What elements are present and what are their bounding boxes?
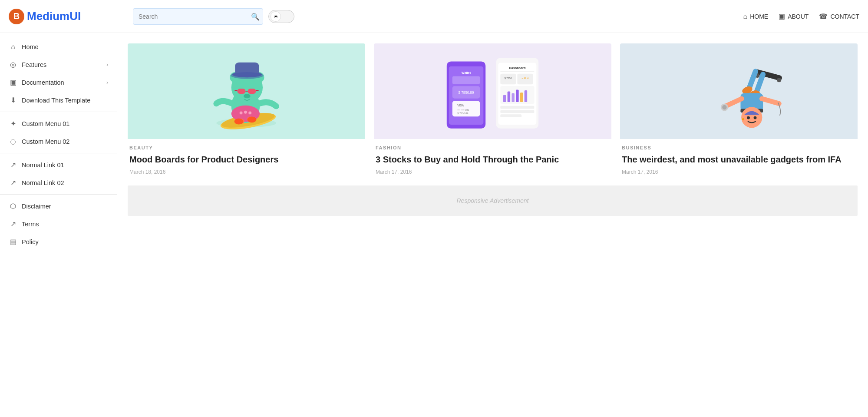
svg-text:Wallet: Wallet	[462, 70, 471, 74]
svg-point-7	[249, 111, 252, 114]
svg-line-63	[762, 99, 779, 103]
svg-point-67	[747, 116, 750, 119]
search-wrapper: 🔍	[133, 8, 263, 25]
sidebar-download-label: Download This Template	[22, 97, 108, 104]
svg-text:+ 42.4: + 42.4	[521, 77, 528, 79]
card-fashion[interactable]: Wallet $ 7850.89 VISA •••• •••• 4231 $ 7…	[374, 43, 611, 175]
nav-home[interactable]: ⌂ HOME	[743, 13, 768, 20]
sidebar-disclaimer-label: Disclaimer	[22, 203, 108, 210]
normal-link-02-icon: ↗	[9, 179, 17, 187]
svg-point-13	[231, 72, 264, 79]
sidebar-item-normal-link-02[interactable]: ↗ Normal Link 02	[0, 174, 117, 192]
card-grid: BEAUTY Mood Boards for Product Designers…	[128, 43, 858, 175]
terms-icon: ↗	[9, 220, 17, 228]
main-layout: ⌂ Home ◎ Features › ▣ Documentation › ⬇ …	[0, 33, 868, 417]
sidebar-item-normal-link-01[interactable]: ↗ Normal Link 01	[0, 156, 117, 174]
card-beauty[interactable]: BEAUTY Mood Boards for Product Designers…	[128, 43, 365, 175]
card-business-date: March 17, 2016	[622, 169, 856, 175]
svg-text:•••• •••• 4231: •••• •••• 4231	[457, 109, 469, 111]
card-beauty-category: BEAUTY	[129, 145, 363, 150]
card-beauty-image	[128, 43, 365, 139]
svg-point-54	[777, 78, 781, 82]
svg-rect-50	[500, 110, 534, 113]
svg-rect-15	[248, 89, 256, 94]
sidebar-item-custom-menu-02[interactable]: ◌ Custom Menu 02	[0, 132, 117, 150]
sidebar-item-documentation[interactable]: ▣ Documentation ›	[0, 73, 117, 91]
card-business-category: BUSINESS	[622, 145, 856, 150]
logo-icon: B	[9, 9, 24, 24]
disclaimer-icon: ⬡	[9, 202, 17, 210]
sidebar-documentation-label: Documentation	[22, 79, 102, 86]
svg-text:$ 7650: $ 7650	[505, 77, 512, 79]
svg-point-23	[248, 117, 257, 123]
svg-point-19	[244, 94, 250, 98]
logo-text: MediumUI	[27, 10, 81, 23]
nav-contact[interactable]: ☎ CONTACT	[819, 12, 859, 20]
svg-point-68	[754, 116, 757, 119]
svg-point-65	[723, 105, 727, 109]
card-fashion-date: March 17, 2016	[376, 169, 610, 175]
sidebar-features-label: Features	[22, 61, 102, 68]
contact-icon: ☎	[819, 12, 828, 20]
svg-point-66	[742, 107, 762, 128]
search-input[interactable]	[133, 8, 263, 25]
svg-rect-48	[525, 90, 528, 102]
sidebar-custom-menu-02-label: Custom Menu 02	[22, 138, 108, 145]
nav-about-label: ABOUT	[788, 13, 809, 20]
svg-rect-43	[503, 95, 506, 102]
theme-toggle[interactable]: ☀	[268, 10, 294, 23]
svg-text:$ 7850.89: $ 7850.89	[458, 91, 474, 95]
sidebar-item-disclaimer[interactable]: ⬡ Disclaimer	[0, 197, 117, 215]
svg-point-5	[240, 111, 243, 114]
svg-rect-49	[500, 106, 534, 109]
svg-rect-37	[500, 71, 534, 72]
nav-contact-label: CONTACT	[830, 13, 859, 20]
top-nav: ⌂ HOME ▣ ABOUT ☎ CONTACT	[743, 12, 859, 20]
sidebar-divider-1	[0, 112, 117, 112]
svg-text:Dashboard: Dashboard	[509, 66, 525, 70]
card-business[interactable]: BUSINESS The weirdest, and most unavaila…	[620, 43, 858, 175]
svg-rect-51	[500, 114, 521, 117]
sidebar-item-download[interactable]: ⬇ Download This Template	[0, 91, 117, 109]
topbar: B MediumUI 🔍 ☀ ⌂ HOME ▣ ABOUT ☎ CONTACT	[0, 0, 868, 33]
svg-rect-14	[238, 89, 246, 94]
sidebar-terms-label: Terms	[22, 221, 108, 228]
sidebar-custom-menu-01-label: Custom Menu 01	[22, 120, 108, 127]
home-icon: ⌂	[743, 13, 747, 20]
svg-rect-27	[452, 76, 480, 84]
toggle-knob: ☀	[271, 11, 281, 22]
sidebar-divider-3	[0, 194, 117, 195]
documentation-icon: ▣	[9, 78, 17, 86]
svg-point-6	[244, 111, 247, 114]
card-business-title: The weirdest, and most unavailable gadge…	[622, 154, 856, 165]
sidebar-item-features[interactable]: ◎ Features ›	[0, 56, 117, 73]
documentation-arrow-icon: ›	[106, 79, 108, 86]
svg-rect-45	[512, 93, 515, 102]
search-button[interactable]: 🔍	[251, 12, 260, 20]
svg-rect-44	[508, 91, 511, 102]
sidebar-item-custom-menu-01[interactable]: ✦ Custom Menu 01	[0, 115, 117, 132]
nav-about[interactable]: ▣ ABOUT	[779, 12, 809, 20]
card-fashion-image: Wallet $ 7850.89 VISA •••• •••• 4231 $ 7…	[374, 43, 611, 139]
svg-point-22	[234, 119, 244, 125]
normal-link-01-icon: ↗	[9, 161, 17, 169]
sidebar-home-label: Home	[22, 43, 108, 50]
sidebar-divider-2	[0, 153, 117, 153]
sidebar-normal-link-02-label: Normal Link 02	[22, 179, 108, 186]
sidebar-item-home[interactable]: ⌂ Home	[0, 38, 117, 56]
custom-menu-01-icon: ✦	[9, 119, 17, 128]
content-area: BEAUTY Mood Boards for Product Designers…	[117, 33, 868, 417]
logo-area: B MediumUI	[9, 9, 126, 24]
sidebar: ⌂ Home ◎ Features › ▣ Documentation › ⬇ …	[0, 33, 117, 417]
svg-text:VISA: VISA	[457, 104, 464, 107]
ad-text: Responsive Advertisement	[456, 197, 528, 204]
features-arrow-icon: ›	[106, 62, 108, 68]
nav-home-label: HOME	[750, 13, 768, 20]
home-sidebar-icon: ⌂	[9, 43, 17, 51]
card-fashion-category: FASHION	[376, 145, 610, 150]
sidebar-item-policy[interactable]: ▤ Policy	[0, 233, 117, 251]
svg-rect-46	[516, 89, 519, 102]
svg-line-62	[726, 99, 742, 106]
sidebar-item-terms[interactable]: ↗ Terms	[0, 215, 117, 233]
search-area: 🔍 ☀	[133, 8, 736, 25]
